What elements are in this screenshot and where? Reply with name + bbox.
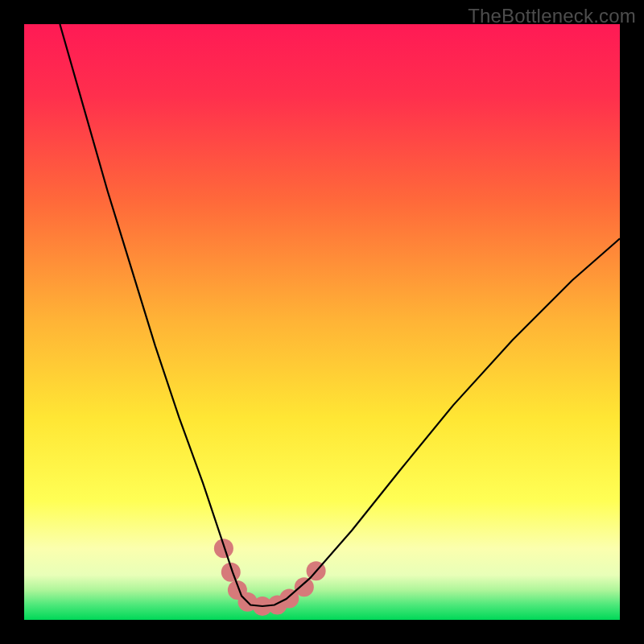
curve-markers [214,539,326,616]
chart-frame: TheBottleneck.com [0,0,644,644]
curve-marker [295,577,314,597]
watermark-text: TheBottleneck.com [468,5,636,27]
plot-area [24,24,620,620]
curve-marker [214,539,233,558]
bottleneck-curve [60,24,620,606]
bottleneck-curve-svg [24,24,620,620]
